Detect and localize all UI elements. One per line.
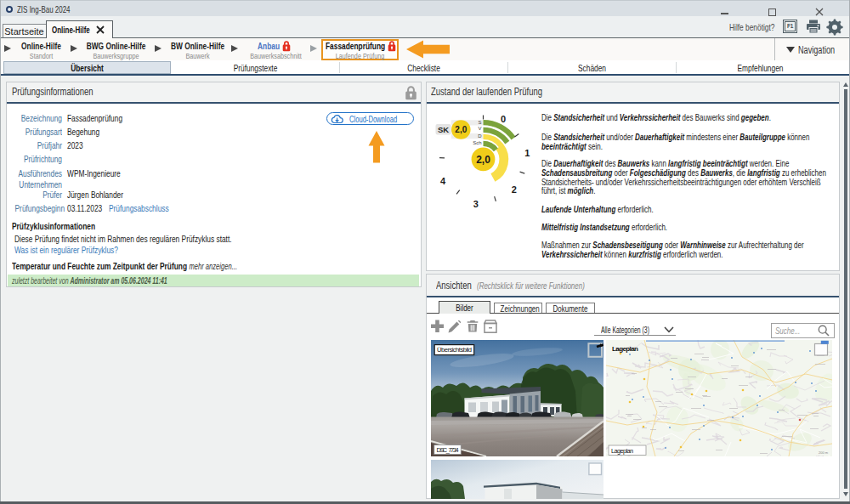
svg-text:Lageplan: Lageplan (612, 345, 638, 353)
svg-text:2,0: 2,0 (455, 125, 467, 134)
svg-text:V: V (478, 126, 481, 131)
svg-text:D: D (478, 133, 482, 139)
svg-text:3: 3 (473, 199, 479, 209)
svg-text:Sch: Sch (473, 140, 481, 145)
svg-text:0: 0 (501, 114, 506, 124)
svg-text:DSC_7734: DSC_7734 (436, 446, 458, 454)
svg-text:Übersichtsbild: Übersichtsbild (437, 346, 472, 354)
svg-text:4: 4 (440, 176, 446, 186)
svg-text:Lageplan: Lageplan (611, 446, 633, 454)
svg-text:2: 2 (512, 184, 517, 195)
svg-text:SK: SK (438, 125, 449, 134)
svg-text:2,0: 2,0 (476, 154, 490, 166)
svg-text:1: 1 (524, 148, 530, 158)
svg-text:S: S (478, 120, 481, 125)
svg-text:200 m: 200 m (819, 450, 829, 455)
